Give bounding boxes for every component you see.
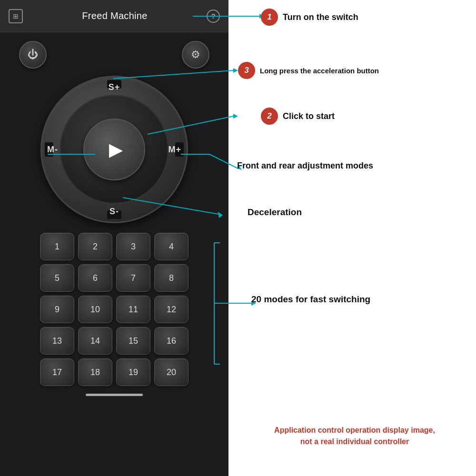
annotation-3: 3 Long press the acceleration button	[238, 62, 379, 79]
power-icon: ⏻	[28, 49, 38, 61]
home-indicator	[86, 394, 143, 396]
dial-right-label[interactable]: M+	[168, 145, 181, 155]
num-btn-10[interactable]: 10	[78, 296, 112, 323]
footer-line1: Application control operation display im…	[238, 425, 471, 436]
annotation-2: 2 Click to start	[261, 108, 335, 125]
front-rear-label: Front and rear adjustment modes	[237, 161, 373, 171]
num-btn-2[interactable]: 2	[78, 233, 112, 260]
play-icon: ▶	[109, 139, 123, 160]
app-title: Freed Machine	[82, 10, 147, 21]
num-btn-12[interactable]: 12	[154, 296, 188, 323]
help-icon: ?	[211, 12, 215, 20]
ann-text-2: Click to start	[283, 111, 335, 121]
num-btn-9[interactable]: 9	[40, 296, 74, 323]
footer-note: Application control operation display im…	[238, 425, 471, 447]
ann-circle-2: 2	[261, 108, 278, 125]
num-btn-7[interactable]: 7	[116, 264, 150, 292]
back-icon: ⊞	[13, 12, 19, 20]
num-btn-17[interactable]: 17	[40, 358, 74, 386]
num-btn-15[interactable]: 15	[116, 327, 150, 355]
num-btn-19[interactable]: 19	[116, 358, 150, 386]
num-btn-18[interactable]: 18	[78, 358, 112, 386]
ann-circle-3: 3	[238, 62, 255, 79]
play-button[interactable]: ▶	[83, 119, 145, 180]
ann-circle-1: 1	[261, 9, 278, 26]
num-btn-6[interactable]: 6	[78, 264, 112, 292]
power-button[interactable]: ⏻	[19, 41, 47, 69]
help-button[interactable]: ?	[207, 10, 220, 23]
svg-marker-5	[233, 114, 238, 119]
num-btn-20[interactable]: 20	[154, 358, 188, 386]
phone-panel: ⊞ Freed Machine ? ⏻ ⚙ ▶ S+ S- M- M+ 123	[0, 0, 228, 476]
svg-marker-3	[233, 68, 238, 73]
back-button[interactable]: ⊞	[9, 9, 23, 23]
controls-row: ⏻ ⚙	[0, 32, 228, 73]
settings-button[interactable]: ⚙	[182, 41, 209, 69]
footer-line2: not a real individual controller	[238, 436, 471, 447]
num-btn-5[interactable]: 5	[40, 264, 74, 292]
number-grid: 1234567891011121314151617181920	[0, 233, 228, 386]
dial-top-label[interactable]: S+	[109, 82, 120, 92]
ann-text-3: Long press the acceleration button	[260, 67, 379, 75]
num-btn-1[interactable]: 1	[40, 233, 74, 260]
num-btn-4[interactable]: 4	[154, 233, 188, 260]
dial-container: ▶ S+ S- M- M+	[40, 76, 188, 223]
num-btn-11[interactable]: 11	[116, 296, 150, 323]
num-btn-13[interactable]: 13	[40, 327, 74, 355]
settings-icon: ⚙	[191, 49, 200, 61]
num-btn-3[interactable]: 3	[116, 233, 150, 260]
deceleration-label: Deceleration	[248, 207, 302, 218]
num-btn-8[interactable]: 8	[154, 264, 188, 292]
num-btn-14[interactable]: 14	[78, 327, 112, 355]
dial-left-label[interactable]: M-	[47, 145, 58, 155]
ann-text-1: Turn on the switch	[283, 12, 358, 22]
annotation-panel: 1 Turn on the switch 3 Long press the ac…	[228, 0, 476, 476]
dial-bottom-label[interactable]: S-	[109, 207, 119, 217]
modes-label: 20 modes for fast switching	[251, 294, 370, 305]
annotation-1: 1 Turn on the switch	[261, 9, 358, 26]
num-btn-16[interactable]: 16	[154, 327, 188, 355]
phone-topbar: ⊞ Freed Machine ?	[0, 0, 228, 32]
